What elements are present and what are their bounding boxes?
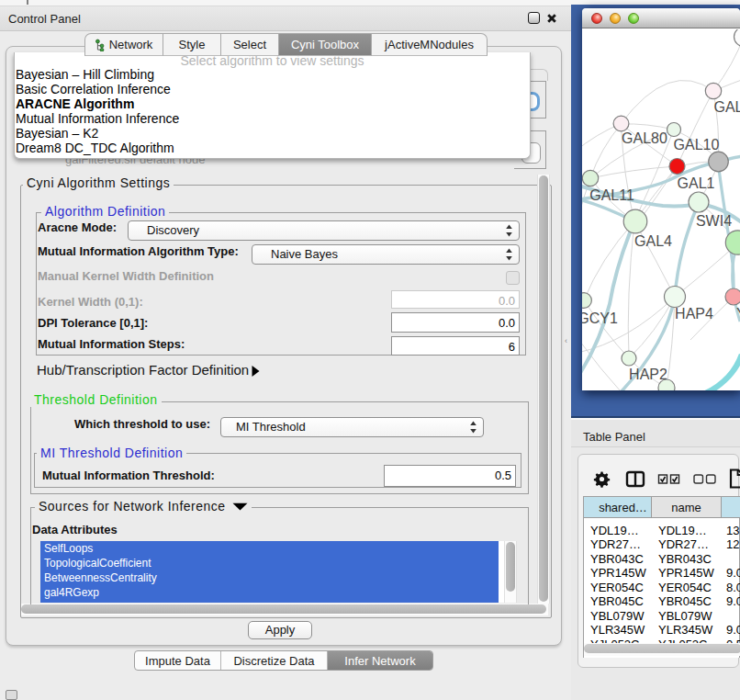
svg-text:YER: YER <box>736 306 740 322</box>
svg-text:HAP2: HAP2 <box>629 367 667 382</box>
svg-text:GCY1: GCY1 <box>582 310 618 326</box>
svg-text:GAL4: GAL4 <box>634 233 672 249</box>
svg-text:HAP4: HAP4 <box>675 306 713 322</box>
svg-text:SWI4: SWI4 <box>696 213 732 229</box>
svg-text:GAL10: GAL10 <box>674 137 720 152</box>
svg-text:GAL11: GAL11 <box>589 187 634 203</box>
svg-text:GAL2: GAL2 <box>714 99 740 115</box>
svg-text:GAL80: GAL80 <box>622 130 667 146</box>
svg-text:GAL1: GAL1 <box>678 175 715 191</box>
